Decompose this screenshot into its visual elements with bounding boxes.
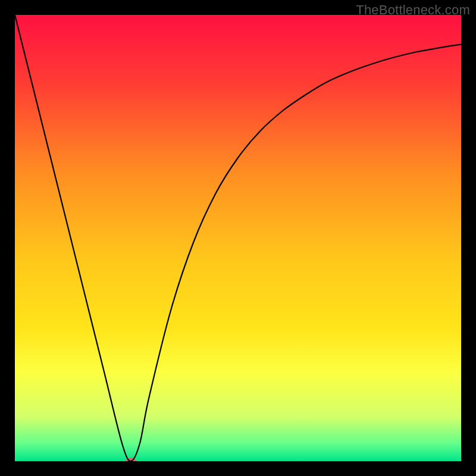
bottleneck-chart [15,15,461,461]
gradient-background [15,15,461,461]
chart-frame [15,15,461,461]
